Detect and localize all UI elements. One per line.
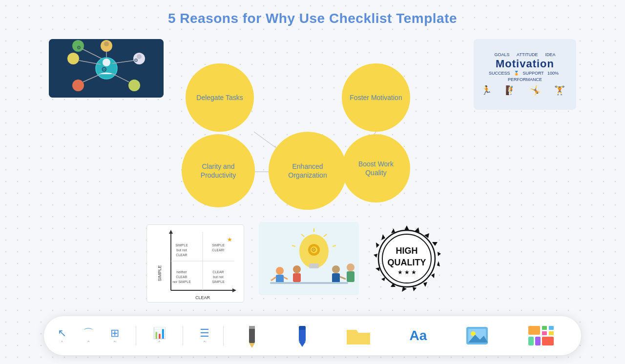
svg-text:★: ★ xyxy=(404,269,409,276)
svg-text:CLEAR: CLEAR xyxy=(195,295,210,300)
pencil-icon xyxy=(245,324,259,348)
svg-text:★: ★ xyxy=(227,236,232,243)
frame-tool[interactable]: ⊞ ^ xyxy=(106,326,123,346)
chart-icon: 📊 xyxy=(153,328,166,339)
connect-tool[interactable]: ⌒ ^ xyxy=(79,326,98,346)
svg-rect-109 xyxy=(549,326,554,330)
svg-point-65 xyxy=(293,265,301,273)
svg-marker-33 xyxy=(232,288,236,292)
text-icon: ☰ xyxy=(200,328,209,339)
motivation-image: GOALS ATTITUDE IDEA Motivation SUCCESS 🏅… xyxy=(474,39,576,110)
marker-tool[interactable] xyxy=(292,324,312,348)
svg-marker-82 xyxy=(402,287,407,292)
svg-text:🤸: 🤸 xyxy=(530,85,541,96)
svg-text:CLEAR: CLEAR xyxy=(176,253,187,257)
svg-marker-88 xyxy=(381,234,385,240)
cursor-icon: ↖ xyxy=(58,328,66,339)
svg-text:HIGH: HIGH xyxy=(396,246,417,256)
motivation-labels2: SUCCESS 🏅 SUPPORT 100% PERFORMANCE xyxy=(478,70,572,82)
svg-rect-113 xyxy=(535,337,541,345)
svg-rect-66 xyxy=(293,273,301,282)
svg-text:★: ★ xyxy=(397,269,402,276)
svg-point-70 xyxy=(347,263,354,271)
svg-rect-99 xyxy=(249,326,255,329)
circle-enhanced: Enhanced Organization xyxy=(269,132,347,210)
svg-text:nor SIMPLE: nor SIMPLE xyxy=(172,280,191,283)
svg-text:⚙: ⚙ xyxy=(77,45,81,50)
svg-marker-86 xyxy=(374,254,377,258)
svg-marker-80 xyxy=(423,282,427,287)
svg-marker-84 xyxy=(381,277,385,281)
cursor-tool[interactable]: ↖ ^ xyxy=(54,326,70,346)
connect-icon: ⌒ xyxy=(83,328,94,339)
svg-marker-102 xyxy=(299,342,306,347)
svg-marker-77 xyxy=(438,252,441,256)
toolbar-divider-1 xyxy=(136,326,136,345)
svg-point-67 xyxy=(332,265,340,273)
svg-point-61 xyxy=(276,267,284,275)
svg-rect-111 xyxy=(549,331,554,335)
folder-icon xyxy=(346,325,371,346)
svg-point-9 xyxy=(72,80,84,91)
toolbar-divider-2 xyxy=(183,326,183,345)
svg-text:⚙: ⚙ xyxy=(134,58,138,63)
svg-marker-98 xyxy=(249,343,255,348)
svg-text:SIMPLE: SIMPLE xyxy=(212,243,225,247)
svg-text:⚙: ⚙ xyxy=(311,246,316,253)
svg-text:but not: but not xyxy=(213,275,223,279)
team-illustration: ⚙ xyxy=(259,222,359,295)
text-tool[interactable]: ☰ ^ xyxy=(196,326,213,346)
svg-point-8 xyxy=(128,80,140,91)
svg-rect-114 xyxy=(542,337,554,345)
toolbar-tools: ↖ ^ ⌒ ^ ⊞ ^ 📊 ^ ☰ ^ xyxy=(54,326,224,346)
motivation-word: Motivation xyxy=(496,58,554,70)
simple-clear-chart: SIMPLE CLEAR SIMPLE but not CLEAR SIMPLE… xyxy=(146,224,244,303)
chart-tool[interactable]: 📊 ^ xyxy=(149,326,170,346)
svg-rect-112 xyxy=(528,337,534,345)
svg-marker-32 xyxy=(169,230,173,234)
svg-marker-81 xyxy=(413,287,417,291)
team-bulb-svg: ⚙ xyxy=(260,224,358,293)
image-tool[interactable] xyxy=(462,325,494,346)
marker-icon xyxy=(295,324,309,348)
toolbar: ↖ ^ ⌒ ^ ⊞ ^ 📊 ^ ☰ ^ xyxy=(44,316,581,355)
font-tool[interactable]: Aa xyxy=(404,328,432,344)
svg-rect-52 xyxy=(309,263,319,268)
folder-tool[interactable] xyxy=(343,325,374,346)
svg-rect-101 xyxy=(299,326,306,330)
svg-marker-85 xyxy=(375,267,379,271)
svg-rect-108 xyxy=(542,326,547,330)
team-svg: ⚙ ⚙ ⚙ xyxy=(49,39,164,98)
circle-boost: Boost Work Quality xyxy=(342,134,410,202)
grid-tool[interactable] xyxy=(524,325,558,346)
svg-text:★: ★ xyxy=(411,269,416,276)
pencil-tool[interactable] xyxy=(242,324,262,348)
diagram-area: ⚙ ⚙ ⚙ GOALS ATTITUDE IDEA Motivation SUC… xyxy=(49,34,576,293)
svg-text:CLEAR: CLEAR xyxy=(176,275,187,279)
svg-rect-107 xyxy=(528,326,540,335)
svg-point-5 xyxy=(104,41,109,46)
svg-text:🏃: 🏃 xyxy=(481,85,492,96)
svg-text:🧗: 🧗 xyxy=(505,85,517,96)
svg-text:SIMPLE: SIMPLE xyxy=(175,243,188,247)
svg-marker-79 xyxy=(431,273,435,278)
motivation-icons: 🏃 🧗 🤸 🏋 xyxy=(476,82,574,97)
svg-rect-110 xyxy=(542,331,547,335)
circle-delegate: Delegate Tasks xyxy=(186,63,254,132)
svg-marker-76 xyxy=(432,242,438,246)
simple-clear-svg: SIMPLE CLEAR SIMPLE but not CLEAR SIMPLE… xyxy=(151,227,239,300)
svg-text:but not: but not xyxy=(176,248,187,252)
svg-text:QUALITY: QUALITY xyxy=(387,258,426,267)
svg-marker-73 xyxy=(404,225,409,230)
toolbar-media: Aa xyxy=(224,324,571,348)
frame-icon: ⊞ xyxy=(110,328,119,339)
svg-rect-68 xyxy=(332,273,340,283)
svg-text:CLEAR: CLEAR xyxy=(212,270,224,274)
grid-icon xyxy=(527,325,555,346)
high-quality-badge: HIGH QUALITY ★ ★ ★ xyxy=(371,222,442,295)
main-content: 5 Reasons for Why Use Checklist Template xyxy=(0,0,625,303)
svg-marker-87 xyxy=(376,243,379,248)
svg-text:SIMPLE: SIMPLE xyxy=(212,280,225,283)
svg-point-10 xyxy=(67,53,79,64)
svg-text:SIMPLE: SIMPLE xyxy=(157,265,162,281)
